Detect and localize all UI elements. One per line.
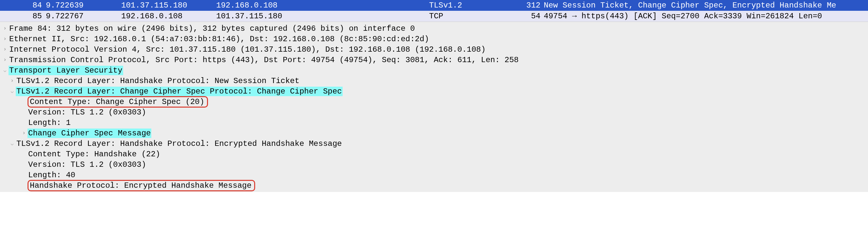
col-dest: 101.37.115.180 (216, 12, 429, 21)
tree-node-record-encrypted-handshake[interactable]: ⌵ TLSv1.2 Record Layer: Handshake Protoc… (0, 138, 868, 149)
spacer-icon: · (21, 109, 27, 115)
tree-label: Frame 84: 312 bytes on wire (2496 bits),… (8, 24, 416, 33)
col-info: 49754 → https(443) [ACK] Seq=2700 Ack=33… (544, 12, 865, 21)
tree-label: Version: TLS 1.2 (0x0303) (28, 108, 147, 117)
tree-label: Internet Protocol Version 4, Src: 101.37… (8, 45, 487, 54)
packet-row[interactable]: 85 9.722767 192.168.0.108 101.37.115.180… (0, 11, 868, 22)
tree-label: Ethernet II, Src: 192.168.0.1 (54:a7:03:… (8, 34, 430, 44)
tree-node-ip[interactable]: › Internet Protocol Version 4, Src: 101.… (0, 44, 868, 54)
spacer-icon: · (21, 183, 27, 188)
chevron-right-icon[interactable]: › (2, 26, 8, 31)
tree-label: Transport Layer Security (8, 66, 123, 75)
tree-node-tls[interactable]: ⌵ Transport Layer Security (0, 65, 868, 76)
chevron-down-icon[interactable]: ⌵ (9, 88, 15, 95)
tree-label: Content Type: Handshake (22) (28, 149, 161, 159)
chevron-right-icon[interactable]: › (2, 46, 8, 52)
tree-node-length[interactable]: · Length: 1 (0, 117, 868, 128)
col-protocol: TLSv1.2 (429, 1, 521, 10)
tree-label: TLSv1.2 Record Layer: Change Cipher Spec… (16, 87, 343, 96)
spacer-icon: · (21, 161, 27, 167)
chevron-down-icon[interactable]: ⌵ (2, 67, 8, 74)
tree-node-record-change-cipher-spec[interactable]: ⌵ TLSv1.2 Record Layer: Change Cipher Sp… (0, 86, 868, 97)
col-time: 9.722639 (46, 1, 121, 10)
chevron-down-icon[interactable]: ⌵ (9, 140, 15, 147)
col-length: 54 (521, 12, 544, 21)
spacer-icon: · (21, 151, 27, 157)
chevron-right-icon[interactable]: › (9, 78, 15, 84)
tree-label: Length: 1 (28, 118, 71, 127)
tree-label: Length: 40 (28, 171, 76, 180)
col-source: 101.37.115.180 (121, 1, 216, 10)
tree-node-content-type[interactable]: · Content Type: Handshake (22) (0, 149, 868, 159)
tree-node-length[interactable]: · Length: 40 (0, 170, 868, 180)
col-time: 9.722767 (46, 12, 121, 21)
tree-label: TLSv1.2 Record Layer: Handshake Protocol… (16, 76, 300, 86)
col-dest: 192.168.0.108 (216, 1, 429, 10)
tree-node-content-type[interactable]: · Content Type: Change Cipher Spec (20) (0, 97, 868, 107)
tree-node-ethernet[interactable]: › Ethernet II, Src: 192.168.0.1 (54:a7:0… (0, 34, 868, 44)
highlight-box: Handshake Protocol: Encrypted Handshake … (28, 180, 255, 191)
chevron-right-icon[interactable]: › (21, 130, 27, 136)
col-no: 84 (3, 1, 46, 10)
packet-row[interactable]: 84 9.722639 101.37.115.180 192.168.0.108… (0, 0, 868, 11)
tree-label: Handshake Protocol: Encrypted Handshake … (29, 181, 252, 190)
tree-label: Change Cipher Spec Message (28, 128, 151, 138)
spacer-icon: · (21, 99, 27, 105)
tree-node-record-session-ticket[interactable]: › TLSv1.2 Record Layer: Handshake Protoc… (0, 76, 868, 86)
tree-label: Version: TLS 1.2 (0x0303) (28, 160, 147, 170)
tree-node-tcp[interactable]: › Transmission Control Protocol, Src Por… (0, 54, 868, 65)
col-no: 85 (3, 12, 46, 21)
col-source: 192.168.0.108 (121, 12, 216, 21)
col-protocol: TCP (429, 12, 521, 21)
tree-label: Content Type: Change Cipher Spec (20) (29, 97, 205, 107)
chevron-right-icon[interactable]: › (2, 57, 8, 63)
chevron-right-icon[interactable]: › (2, 36, 8, 42)
packet-details-tree[interactable]: › Frame 84: 312 bytes on wire (2496 bits… (0, 22, 868, 192)
col-info: New Session Ticket, Change Cipher Spec, … (544, 1, 865, 10)
tree-node-frame[interactable]: › Frame 84: 312 bytes on wire (2496 bits… (0, 23, 868, 34)
tree-label: Transmission Control Protocol, Src Port:… (8, 55, 519, 65)
tree-node-change-cipher-spec-message[interactable]: › Change Cipher Spec Message (0, 128, 868, 138)
spacer-icon: · (21, 120, 27, 125)
tree-node-version[interactable]: · Version: TLS 1.2 (0x0303) (0, 159, 868, 170)
tree-label: TLSv1.2 Record Layer: Handshake Protocol… (16, 139, 343, 148)
tree-node-handshake-protocol[interactable]: · Handshake Protocol: Encrypted Handshak… (0, 180, 868, 191)
spacer-icon: · (21, 172, 27, 178)
tree-node-version[interactable]: · Version: TLS 1.2 (0x0303) (0, 107, 868, 117)
highlight-box: Content Type: Change Cipher Spec (20) (28, 96, 208, 108)
col-length: 312 (521, 1, 544, 10)
packet-list[interactable]: 84 9.722639 101.37.115.180 192.168.0.108… (0, 0, 868, 22)
